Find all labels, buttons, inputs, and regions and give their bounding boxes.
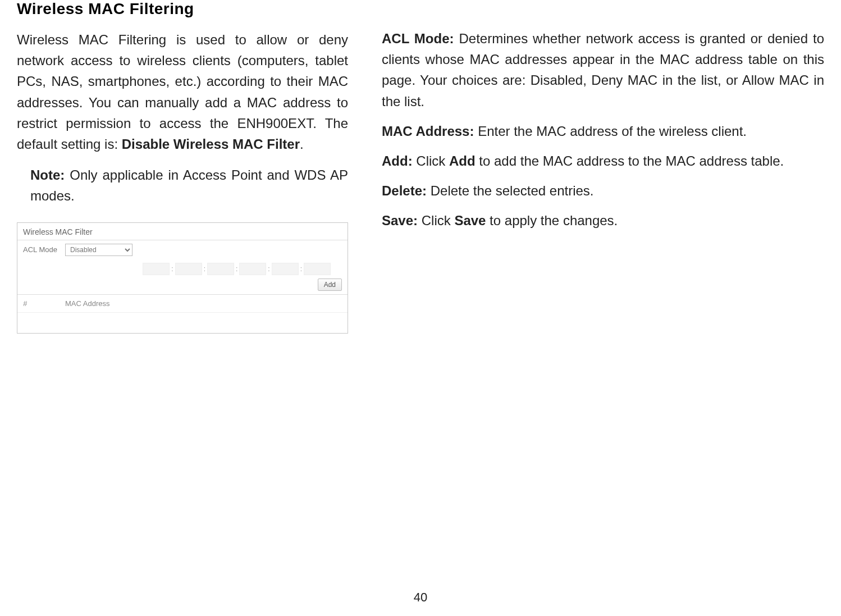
mac-octet-6[interactable] xyxy=(304,263,331,275)
def-acl-mode-label: ACL Mode: xyxy=(382,31,454,46)
def-save-text2: to apply the changes. xyxy=(486,213,618,228)
mac-input-spacer xyxy=(17,272,60,281)
colon-3: : xyxy=(235,265,238,273)
def-mac-address: MAC Address: Enter the MAC address of th… xyxy=(382,121,824,142)
mac-octet-4[interactable] xyxy=(239,263,266,275)
intro-text: Wireless MAC Filtering is used to allow … xyxy=(17,32,348,152)
def-delete-text: Delete the selected entries. xyxy=(427,183,594,198)
intro-bold: Disable Wireless MAC Filter xyxy=(122,136,300,152)
def-delete-label: Delete: xyxy=(382,183,427,198)
mac-octet-2[interactable] xyxy=(175,263,202,275)
screenshot-title: Wireless MAC Filter xyxy=(17,223,348,240)
note-label: Note: xyxy=(30,167,70,182)
colon-1: : xyxy=(171,265,173,273)
intro-paragraph: Wireless MAC Filtering is used to allow … xyxy=(17,29,348,154)
def-add-text1: Click xyxy=(413,153,449,168)
add-button[interactable]: Add xyxy=(318,279,342,291)
hash-header: # xyxy=(17,295,60,312)
def-add: Add: Click Add to add the MAC address to… xyxy=(382,150,824,171)
mac-octet-3[interactable] xyxy=(207,263,234,275)
def-save-text1: Click xyxy=(418,213,454,228)
screenshot-panel: Wireless MAC Filter ACL Mode Disabled : xyxy=(17,222,348,334)
mac-input-row: : : : : : Add xyxy=(17,259,348,294)
mac-address-header: MAC Address xyxy=(60,295,348,312)
mac-table-header: # MAC Address xyxy=(17,294,348,312)
mac-input-group: : : : : : xyxy=(65,263,342,275)
def-add-bold: Add xyxy=(449,153,476,168)
acl-mode-select[interactable]: Disabled xyxy=(65,244,132,256)
def-add-text2: to add the MAC address to the MAC addres… xyxy=(476,153,784,168)
acl-mode-row: ACL Mode Disabled xyxy=(17,240,348,259)
colon-2: : xyxy=(203,265,206,273)
page-number: 40 xyxy=(0,590,841,605)
intro-end: . xyxy=(300,136,304,152)
def-mac-address-label: MAC Address: xyxy=(382,124,474,139)
mac-octet-5[interactable] xyxy=(272,263,299,275)
mac-octet-1[interactable] xyxy=(143,263,170,275)
page-heading: Wireless MAC Filtering xyxy=(17,0,348,18)
acl-mode-label: ACL Mode xyxy=(17,241,60,259)
note-block: Note: Only applicable in Access Point an… xyxy=(17,165,348,206)
mac-table-empty-row xyxy=(17,312,348,333)
def-delete: Delete: Delete the selected entries. xyxy=(382,180,824,201)
def-save: Save: Click Save to apply the changes. xyxy=(382,210,824,231)
colon-5: : xyxy=(300,265,303,273)
def-save-label: Save: xyxy=(382,213,418,228)
note-text: Only applicable in Access Point and WDS … xyxy=(30,167,348,203)
def-save-bold: Save xyxy=(454,213,486,228)
def-add-label: Add: xyxy=(382,153,413,168)
def-mac-address-text: Enter the MAC address of the wireless cl… xyxy=(474,124,747,139)
colon-4: : xyxy=(267,265,270,273)
def-acl-mode: ACL Mode: Determines whether network acc… xyxy=(382,28,824,112)
